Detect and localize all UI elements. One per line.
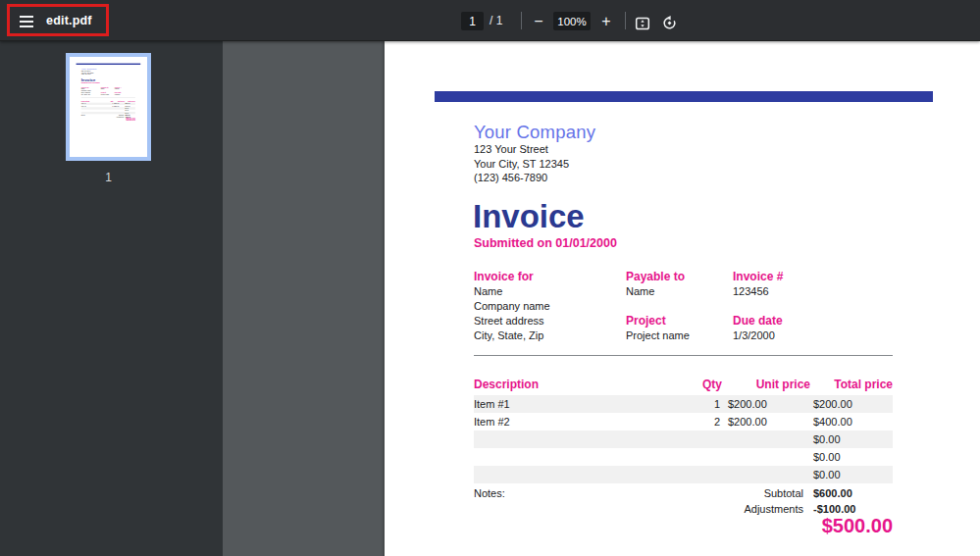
- company-address: 123 Your Street Your City, ST 12345 (123…: [474, 142, 569, 185]
- table-row: $0.00: [474, 430, 893, 448]
- header-unit-price: Unit price: [726, 372, 810, 397]
- info-header: Invoice #: [733, 270, 893, 284]
- subtotal-label: Subtotal: [635, 485, 810, 501]
- cell-qty: 1: [657, 395, 726, 413]
- info-line: Name: [474, 284, 626, 299]
- cell-total-price: $0.00: [810, 466, 893, 483]
- table-row: Item #1 1 $200.00 $200.00: [474, 395, 893, 413]
- info-line: 123456: [733, 284, 893, 299]
- info-line: Company name: [474, 299, 626, 314]
- header-total-price: Total price: [810, 372, 893, 397]
- page-count-label: / 1: [490, 14, 502, 27]
- thumbnail-page-preview: Your Company 123 Your Street Your City, …: [66, 53, 151, 161]
- company-name: Your Company: [474, 122, 595, 143]
- cell-description: [474, 448, 657, 466]
- cell-total-price: $0.00: [810, 448, 893, 466]
- cell-unit-price: $200.00: [726, 395, 810, 413]
- viewer-body: Your Company 123 Your Street Your City, …: [0, 41, 980, 556]
- section-divider: [474, 355, 893, 356]
- table-row: Item #2 2 $200.00 $400.00: [474, 413, 893, 430]
- invoice-info-section: Invoice for Name Company name Street add…: [474, 270, 893, 343]
- pdf-viewer-window: edit.pdf / 1 − +: [0, 0, 980, 556]
- document-viewport[interactable]: Your Company 123 Your Street Your City, …: [223, 41, 980, 556]
- info-column-invoice-number: Invoice # 123456 Due date 1/3/2000: [733, 270, 893, 343]
- page-thumbnail[interactable]: Your Company 123 Your Street Your City, …: [62, 53, 155, 184]
- info-header: Invoice for: [474, 270, 626, 284]
- cell-total-price: $400.00: [810, 413, 893, 430]
- header-qty: Qty: [657, 372, 726, 397]
- zoom-in-button[interactable]: +: [594, 10, 618, 33]
- table-row: $0.00: [474, 466, 893, 483]
- header-description: Description: [474, 372, 657, 397]
- rotate-counterclockwise-icon: [661, 15, 678, 31]
- info-column-invoice-for: Invoice for Name Company name Street add…: [474, 270, 626, 343]
- cell-total-price: $0.00: [810, 430, 893, 448]
- cell-description: Item #1: [474, 395, 657, 413]
- invoice-title: Invoice: [473, 199, 585, 234]
- cell-description: Item #2: [474, 413, 657, 430]
- rotate-counterclockwise-button[interactable]: [657, 10, 681, 33]
- info-line: Name: [626, 284, 733, 299]
- submitted-date: Submitted on 01/01/2000: [474, 236, 617, 250]
- table-header-row: Description Qty Unit price Total price: [474, 372, 893, 395]
- cell-unit-price: [726, 430, 810, 448]
- invoice-page: Your Company 123 Your Street Your City, …: [385, 41, 980, 556]
- info-line: Street address: [474, 314, 626, 329]
- notes-label: Notes:: [474, 487, 505, 499]
- line-items-table: Description Qty Unit price Total price I…: [474, 372, 893, 483]
- cell-qty: [657, 466, 726, 483]
- cell-qty: [657, 448, 726, 466]
- info-line: City, State, Zip: [474, 329, 626, 343]
- toolbar-divider: [521, 12, 522, 29]
- company-address-line: Your City, ST 12345: [474, 157, 569, 172]
- page-number-input[interactable]: [461, 12, 484, 30]
- info-line: [733, 299, 893, 314]
- zoom-level-input[interactable]: [553, 12, 591, 30]
- subtotal-value: $600.00: [810, 485, 893, 501]
- document-title: edit.pdf: [46, 14, 92, 27]
- cell-unit-price: [726, 448, 810, 466]
- table-row: $0.00: [474, 448, 893, 466]
- toolbar-divider: [625, 12, 626, 29]
- sidebar-toggle-button[interactable]: [12, 8, 41, 34]
- info-line: 1/3/2000: [733, 329, 893, 343]
- cell-description: [474, 430, 657, 448]
- fit-page-button[interactable]: [631, 10, 654, 33]
- cell-unit-price: $200.00: [726, 413, 810, 430]
- grand-total-value: $500.00: [635, 515, 893, 537]
- company-phone: (123) 456-7890: [474, 171, 569, 185]
- info-header: Project: [626, 314, 733, 329]
- cell-unit-price: [726, 466, 810, 483]
- toolbar: edit.pdf / 1 − +: [0, 0, 980, 41]
- info-header: Payable to: [626, 270, 733, 284]
- info-column-payable-to: Payable to Name Project Project name: [626, 270, 733, 343]
- summary-section: Subtotal $600.00 Adjustments -$100.00: [635, 485, 893, 517]
- info-header: Due date: [733, 314, 893, 329]
- thumbnail-sidebar: Your Company 123 Your Street Your City, …: [0, 41, 223, 556]
- company-address-line: 123 Your Street: [474, 142, 569, 157]
- cell-qty: 2: [657, 413, 726, 430]
- thumbnail-page-number: 1: [62, 171, 155, 184]
- invoice-header-bar: [435, 91, 933, 102]
- info-line: [626, 299, 733, 314]
- fit-page-icon: [635, 16, 650, 31]
- cell-qty: [657, 430, 726, 448]
- subtotal-row: Subtotal $600.00: [635, 485, 893, 501]
- cell-total-price: $200.00: [810, 395, 893, 413]
- cell-description: [474, 466, 657, 483]
- info-line: Project name: [626, 329, 733, 343]
- zoom-out-button[interactable]: −: [527, 10, 550, 33]
